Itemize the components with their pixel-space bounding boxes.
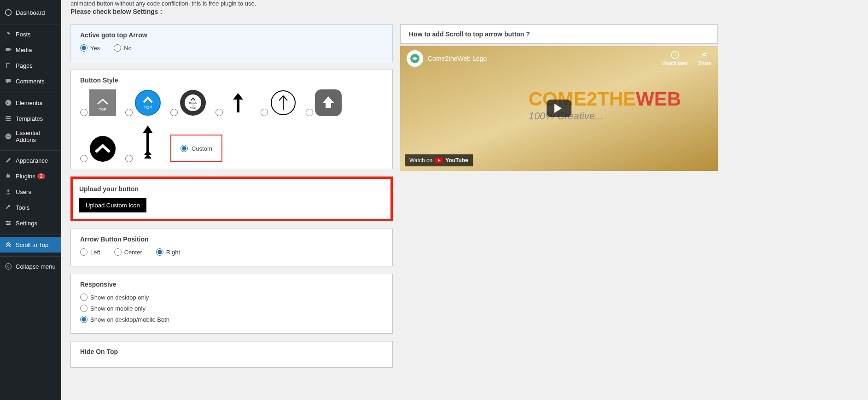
sidebar-item-users[interactable]: Users bbox=[0, 184, 61, 200]
intro-title: Please check below Settings : bbox=[70, 8, 859, 15]
button-style-card: Button Style TOP TOP BACKTOTOP Custom bbox=[70, 70, 393, 169]
radio-center[interactable]: Center bbox=[114, 248, 142, 256]
active-title: Active goto top Arrow bbox=[80, 31, 383, 39]
sidebar-label: Essential Addons bbox=[16, 129, 58, 143]
sidebar-item-scroll-to-top[interactable]: Scroll to Top bbox=[0, 237, 61, 253]
style-radio-7[interactable] bbox=[80, 155, 87, 162]
svg-rect-1 bbox=[6, 48, 10, 51]
radio-desktop[interactable]: Show on desktop only bbox=[80, 294, 383, 301]
responsive-card: Responsive Show on desktop only Show on … bbox=[70, 274, 393, 334]
users-icon bbox=[4, 187, 13, 196]
radio-right[interactable]: Right bbox=[156, 248, 180, 256]
video-header: Come2theWeb Logo Watch later Share bbox=[400, 46, 718, 71]
svg-text:TOP: TOP bbox=[190, 107, 196, 110]
watch-later-button[interactable]: Watch later bbox=[662, 50, 687, 67]
style-radio-3[interactable] bbox=[170, 109, 178, 116]
sidebar-item-appearance[interactable]: Appearance bbox=[0, 153, 61, 168]
svg-rect-6 bbox=[6, 116, 11, 117]
style-custom-box[interactable]: Custom bbox=[170, 135, 222, 162]
templates-icon bbox=[4, 114, 13, 123]
style-radio-custom[interactable] bbox=[181, 145, 188, 152]
svg-point-17 bbox=[7, 224, 9, 225]
hide-title: Hide On Top bbox=[80, 348, 383, 355]
media-icon bbox=[4, 45, 13, 54]
svg-rect-7 bbox=[6, 118, 11, 119]
elementor-icon: E bbox=[4, 98, 13, 107]
sidebar-item-essential-addons[interactable]: EAEssential Addons bbox=[0, 126, 61, 147]
sidebar-item-plugins[interactable]: Plugins2 bbox=[0, 168, 61, 184]
sidebar-item-comments[interactable]: Comments bbox=[0, 73, 61, 89]
settings-icon bbox=[4, 218, 13, 228]
style-radio-4[interactable] bbox=[216, 109, 223, 116]
style-thumb-6 bbox=[315, 89, 342, 116]
svg-text:TOP: TOP bbox=[144, 105, 152, 110]
sidebar-item-dashboard[interactable]: Dashboard bbox=[0, 5, 61, 20]
pages-icon bbox=[4, 61, 13, 70]
svg-point-15 bbox=[6, 221, 8, 222]
watch-on-youtube[interactable]: Watch on YouTube bbox=[405, 154, 473, 166]
sidebar-label: Media bbox=[16, 47, 32, 53]
upload-button[interactable]: Upload Custom Icon bbox=[79, 198, 146, 212]
radio-desktop-input[interactable] bbox=[80, 294, 87, 301]
sidebar-label: Dashboard bbox=[16, 9, 45, 16]
upload-title: Upload your button bbox=[79, 185, 384, 193]
sidebar-item-elementor[interactable]: EElementor bbox=[0, 95, 61, 111]
sidebar-item-collapse[interactable]: Collapse menu bbox=[0, 259, 61, 274]
channel-logo-icon[interactable] bbox=[407, 50, 423, 67]
radio-both[interactable]: Show on desktop/mobile Both bbox=[80, 316, 383, 323]
radio-yes-input[interactable] bbox=[80, 44, 87, 52]
style-thumb-4 bbox=[225, 89, 251, 116]
radio-no[interactable]: No bbox=[114, 44, 132, 52]
addons-icon: EA bbox=[4, 132, 13, 141]
style-radio-5[interactable] bbox=[261, 109, 268, 116]
play-button-icon[interactable] bbox=[547, 100, 571, 117]
youtube-embed[interactable]: Come2theWeb Logo Watch later Share COME2… bbox=[400, 46, 718, 171]
radio-right-input[interactable] bbox=[156, 248, 163, 256]
style-title: Button Style bbox=[80, 76, 383, 84]
sidebar-item-tools[interactable]: Tools bbox=[0, 200, 61, 215]
share-button[interactable]: Share bbox=[698, 50, 711, 67]
style-radio-6[interactable] bbox=[306, 109, 313, 116]
svg-text:TOP: TOP bbox=[99, 107, 106, 112]
sidebar-label: Appearance bbox=[16, 157, 48, 164]
radio-left[interactable]: Left bbox=[80, 248, 100, 256]
radio-left-input[interactable] bbox=[80, 248, 87, 256]
scroll-top-icon bbox=[4, 240, 13, 249]
hide-card: Hide On Top bbox=[70, 341, 393, 368]
sidebar-item-posts[interactable]: Posts bbox=[0, 26, 61, 42]
video-title: Come2theWeb Logo bbox=[428, 55, 487, 62]
style-thumb-1: TOP bbox=[89, 89, 116, 116]
sidebar-item-pages[interactable]: Pages bbox=[0, 58, 61, 73]
youtube-icon bbox=[435, 158, 443, 163]
style-radio-2[interactable] bbox=[125, 109, 133, 116]
svg-rect-3 bbox=[7, 64, 11, 69]
radio-yes[interactable]: Yes bbox=[80, 44, 100, 52]
position-title: Arrow Button Position bbox=[80, 235, 383, 243]
sidebar-label: Settings bbox=[16, 220, 37, 227]
style-thumb-3: BACKTOTOP bbox=[180, 89, 206, 116]
style-thumb-7 bbox=[89, 135, 116, 162]
plugin-icon bbox=[4, 171, 13, 181]
sidebar-item-settings[interactable]: Settings bbox=[0, 215, 61, 231]
radio-mobile-input[interactable] bbox=[80, 305, 87, 312]
radio-both-input[interactable] bbox=[80, 316, 87, 323]
position-card: Arrow Button Position Left Center Right bbox=[70, 229, 393, 266]
sidebar-item-media[interactable]: Media bbox=[0, 42, 61, 58]
radio-mobile[interactable]: Show on mobile only bbox=[80, 305, 383, 312]
sidebar-label: Plugins bbox=[16, 173, 35, 180]
radio-no-input[interactable] bbox=[114, 44, 121, 52]
style-radio-8[interactable] bbox=[125, 155, 133, 162]
style-radio-1[interactable] bbox=[80, 109, 87, 116]
sidebar-item-templates[interactable]: Templates bbox=[0, 111, 61, 126]
collapse-icon bbox=[4, 262, 13, 271]
sidebar-label: Comments bbox=[16, 78, 45, 85]
svg-rect-19 bbox=[89, 89, 116, 116]
sidebar-label: Users bbox=[16, 188, 31, 195]
admin-sidebar: Dashboard Posts Media Pages Comments EEl… bbox=[0, 0, 61, 400]
video-panel-title: How to add Scroll to top arrow button ? bbox=[400, 24, 718, 44]
sidebar-label: Pages bbox=[16, 62, 33, 69]
pin-icon bbox=[4, 29, 13, 39]
svg-text:E: E bbox=[7, 101, 9, 105]
radio-center-input[interactable] bbox=[114, 248, 122, 256]
sidebar-label: Tools bbox=[16, 204, 29, 211]
